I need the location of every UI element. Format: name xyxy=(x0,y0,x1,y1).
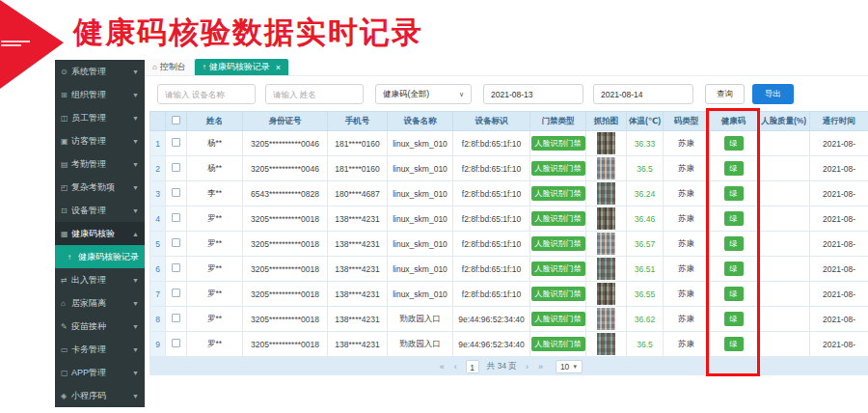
sidebar-item-label: 考勤管理 xyxy=(71,158,132,171)
tab-health-code-record[interactable]: ↑ 健康码核验记录 × xyxy=(195,59,288,75)
sidebar-item-卡务管理[interactable]: ▭卡务管理▼ xyxy=(55,338,145,361)
prev-page-button[interactable]: ‹ xyxy=(454,362,457,372)
cell-row-number: 6 xyxy=(150,257,166,282)
table-row: 2杨**3205**********0046181****0160linux_s… xyxy=(150,156,868,181)
sidebar-item-疫苗接种[interactable]: ✎疫苗接种▼ xyxy=(55,315,145,338)
page-size-select[interactable]: 10 ▼ xyxy=(556,360,583,373)
cell-code-type: 苏康 xyxy=(664,232,710,257)
select-all-checkbox[interactable] xyxy=(172,116,180,124)
sidebar-item-出入管理[interactable]: ⇄出入管理▼ xyxy=(55,268,145,291)
current-page-input[interactable]: 1 xyxy=(466,360,479,373)
cell-row-number: 4 xyxy=(150,206,166,232)
sidebar-item-组织管理[interactable]: ⊞组织管理▼ xyxy=(55,83,145,106)
cell-access-type: 人脸识别门禁 xyxy=(530,156,586,181)
row-checkbox[interactable] xyxy=(172,289,180,297)
device-name-input[interactable] xyxy=(157,84,256,104)
column-header-设备标识: 设备标识 xyxy=(453,112,530,131)
cell-access-type: 人脸识别门禁 xyxy=(530,181,586,206)
row-checkbox[interactable] xyxy=(172,238,180,247)
row-checkbox[interactable] xyxy=(172,163,180,172)
console-home-icon: ⌂ xyxy=(152,63,157,71)
card-icon: ▭ xyxy=(61,345,71,354)
snapshot-image xyxy=(597,283,615,305)
row-checkbox[interactable] xyxy=(172,314,180,322)
sidebar-item-label: 健康码核验记录 xyxy=(78,251,139,263)
cell-face-quality xyxy=(758,181,810,206)
cell-pass-time: 2021-08- xyxy=(810,257,868,282)
cell-device-name: 勤政园入口 xyxy=(388,307,453,332)
cell-code-type: 苏康 xyxy=(664,206,710,232)
person-name-input[interactable] xyxy=(265,84,364,104)
sidebar-item-复杂考勤项[interactable]: ◰复杂考勤项▼ xyxy=(55,176,145,199)
next-page-button[interactable]: › xyxy=(526,362,529,372)
access-type-badge: 人脸识别门禁 xyxy=(531,262,585,276)
sidebar-item-健康码核验记录[interactable]: ↑健康码核验记录 xyxy=(55,245,145,268)
sidebar-item-小程序码[interactable]: ◈小程序码▼ xyxy=(55,384,145,407)
tab-close-icon[interactable]: × xyxy=(276,63,281,72)
health-code-badge: 绿 xyxy=(724,262,744,276)
cell-device-name: linux_skm_010 xyxy=(388,282,453,307)
filter-bar: 健康码(全部) ∨ 查询 导出 xyxy=(145,84,868,104)
query-button[interactable]: 查询 xyxy=(705,84,745,104)
last-page-button[interactable]: » xyxy=(538,362,543,372)
row-checkbox[interactable] xyxy=(172,188,180,197)
cell-id-number: 3205**********0046 xyxy=(243,131,328,156)
cell-code-type: 苏康 xyxy=(664,307,710,332)
cell-temperature: 36.46 xyxy=(627,206,664,232)
cell-select xyxy=(166,257,187,282)
row-checkbox[interactable] xyxy=(172,213,180,222)
row-checkbox[interactable] xyxy=(172,263,180,272)
chevron-down-icon: ▼ xyxy=(132,161,139,168)
sidebar-item-员工管理[interactable]: ◫员工管理▼ xyxy=(55,106,145,129)
health-code-badge: 绿 xyxy=(724,337,744,351)
health-code-select[interactable]: 健康码(全部) ∨ xyxy=(375,84,472,104)
cell-device-id: f2:8f:bd:65:1f:10 xyxy=(453,257,530,282)
page-size-value: 10 xyxy=(560,362,569,372)
sidebar-item-label: 员工管理 xyxy=(71,112,132,124)
record-up-icon: ↑ xyxy=(68,253,78,262)
cell-face-quality xyxy=(758,257,810,282)
snapshot-image xyxy=(597,333,615,355)
row-checkbox[interactable] xyxy=(172,138,180,147)
sidebar-item-label: 系统管理 xyxy=(71,66,132,78)
table-row: 5罗**3205**********0018138****4231linux_s… xyxy=(150,232,868,257)
row-checkbox[interactable] xyxy=(172,339,180,347)
snapshot-image xyxy=(597,308,615,330)
first-page-button[interactable]: « xyxy=(440,362,445,372)
export-button[interactable]: 导出 xyxy=(752,84,794,104)
sidebar-item-APP管理[interactable]: ▢APP管理▼ xyxy=(55,361,145,384)
column-header-健康码: 健康码 xyxy=(710,112,758,131)
chevron-down-icon: ▼ xyxy=(132,207,139,214)
staff-icon: ◫ xyxy=(61,114,71,123)
sidebar-item-设备管理[interactable]: ⊡设备管理▼ xyxy=(55,199,145,222)
cell-phone: 181****0160 xyxy=(328,156,388,181)
cell-id-number: 3205**********0018 xyxy=(243,232,328,257)
date-from-input[interactable] xyxy=(483,84,583,104)
date-to-input[interactable] xyxy=(593,84,693,104)
cell-device-name: linux_skm_010 xyxy=(388,257,453,282)
chevron-down-icon: ▼ xyxy=(132,346,139,353)
chevron-down-icon: ▼ xyxy=(572,364,578,370)
sidebar-item-系统管理[interactable]: ⊙系统管理▼ xyxy=(55,60,145,83)
snapshot-image xyxy=(597,157,615,179)
cell-device-id: f2:8f:bd:65:1f:10 xyxy=(453,206,530,232)
health-code-badge: 绿 xyxy=(724,211,744,226)
miniprogram-icon: ◈ xyxy=(61,392,71,400)
chevron-down-icon: ▼ xyxy=(132,277,139,284)
sidebar-item-居家隔离[interactable]: ⌂居家隔离▼ xyxy=(55,291,145,315)
sidebar-item-考勤管理[interactable]: ▤考勤管理▼ xyxy=(55,152,145,176)
tab-console[interactable]: ⌂ 控制台 xyxy=(145,59,195,75)
snapshot-image xyxy=(597,258,615,280)
sidebar-item-健康码核验[interactable]: ▦健康码核验▲ xyxy=(55,222,145,245)
column-header-通行时间: 通行时间 xyxy=(810,112,868,131)
page-title: 健康码核验数据实时记录 xyxy=(73,13,423,53)
total-pages-label: 共 34 页 xyxy=(487,361,517,372)
sidebar-item-访客管理[interactable]: ▣访客管理▼ xyxy=(55,129,145,152)
cell-device-id: f2:8f:bd:65:1f:10 xyxy=(453,181,530,206)
triangle-watermark xyxy=(1,39,30,48)
cell-row-number: 5 xyxy=(150,232,166,257)
health-code-badge: 绿 xyxy=(724,312,744,326)
cell-device-name: 勤政园入口 xyxy=(388,332,453,357)
cell-id-number: 3205**********0018 xyxy=(243,257,328,282)
cell-temperature: 36.24 xyxy=(627,181,664,206)
